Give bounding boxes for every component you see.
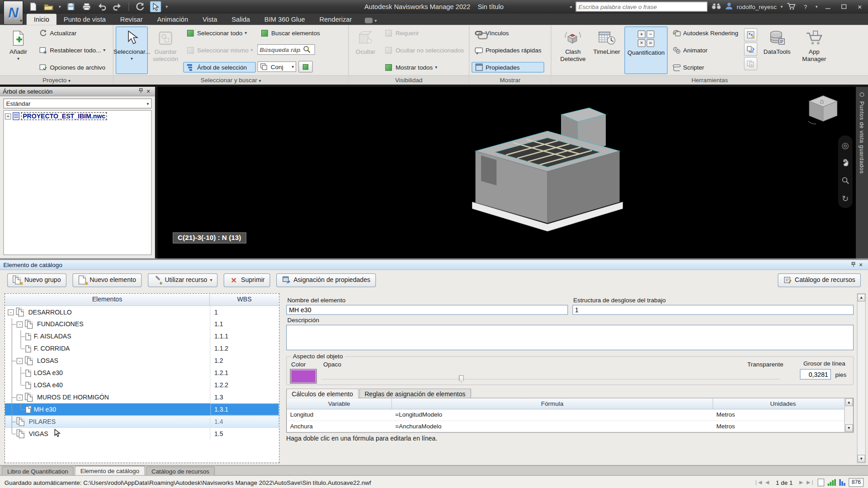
catalog-panel-titlebar[interactable]: Elemento de catálogo ✕ xyxy=(0,260,868,270)
catalog-row-muros[interactable]: -MUROS DE HORMIGÓN 1.3 xyxy=(5,391,279,404)
disk-status-icon[interactable] xyxy=(840,479,845,486)
help-caret-icon[interactable]: ▾ xyxy=(816,4,818,9)
timeliner-button[interactable]: TimeLiner xyxy=(591,27,623,74)
catalog-row-f-corrida[interactable]: F. CORRIDA 1.1.2 xyxy=(5,343,279,355)
propiedades-button[interactable]: Propiedades xyxy=(472,62,544,72)
next-sheet-button[interactable]: ▶ xyxy=(799,479,803,485)
seleccionar-todo-button[interactable]: Seleccionar todo ▾ xyxy=(183,28,255,38)
tab-catalogo-recursos[interactable]: Catálogo de recursos xyxy=(146,466,215,475)
col-header-elementos[interactable]: Elementos xyxy=(5,294,210,305)
catalog-row-f-aisladas[interactable]: F. AISLADAS 1.1.1 xyxy=(5,330,279,343)
panel-scroll-down-icon[interactable]: ▼ xyxy=(858,455,865,463)
col-formula[interactable]: Fórmula xyxy=(392,399,713,409)
viewport-3d[interactable]: C(21)-3(-10) : N (13) ⌂ ◎ ↻ xyxy=(157,87,856,258)
tree-mode-combo[interactable]: Estándar ▾ xyxy=(3,99,151,108)
quick-find-icon[interactable] xyxy=(302,45,311,55)
autodesk-rendering-button[interactable]: Autodesk Rendering xyxy=(669,28,741,38)
catalog-row-desarrollo[interactable]: -DESARROLLO 1 xyxy=(5,306,279,318)
tree-root-label[interactable]: PROYECTO_EST_IBIM.nwc xyxy=(21,113,107,120)
formula-row-anchura[interactable]: Anchura =AnchuraModelo Metros xyxy=(287,421,853,432)
group-label-proyecto[interactable]: Proyecto ▾ xyxy=(0,75,113,85)
undo-button[interactable] xyxy=(96,1,107,12)
catalog-close-icon[interactable]: ✕ xyxy=(857,262,865,267)
slider-track[interactable] xyxy=(321,379,780,380)
actualizar-button[interactable]: Actualizar xyxy=(36,28,108,38)
selection-tree-body[interactable]: + PROYECTO_EST_IBIM.nwc xyxy=(3,110,151,255)
ribbon-display-icon[interactable] xyxy=(365,18,373,23)
vinculos-button[interactable]: Vínculos xyxy=(472,28,544,38)
catalog-row-losa-e40[interactable]: LOSA e40 1.2.2 xyxy=(5,379,279,391)
tab-vista[interactable]: Vista xyxy=(195,14,224,25)
scroll-up-icon[interactable]: ▲ xyxy=(845,399,853,406)
app-store-cart-icon[interactable] xyxy=(787,2,796,11)
batch-utility-button[interactable] xyxy=(744,42,757,56)
first-sheet-button[interactable]: ❘◀ xyxy=(754,479,762,485)
expander-icon[interactable]: - xyxy=(17,321,23,327)
print-button[interactable] xyxy=(81,1,92,12)
tab-elemento-catalogo[interactable]: Elemento de catálogo xyxy=(75,466,145,475)
description-textarea[interactable] xyxy=(286,325,854,350)
manage-sets-button[interactable] xyxy=(298,61,313,73)
group-label-seleccionar[interactable]: Seleccionar y buscar ▾ xyxy=(113,75,348,85)
open-caret-icon[interactable]: ▾ xyxy=(59,4,61,9)
user-avatar-icon[interactable] xyxy=(725,2,733,11)
expander-icon[interactable]: - xyxy=(17,358,23,364)
saved-viewpoints-tab[interactable]: Puntos de vista guardados xyxy=(859,101,865,174)
catalog-row-fundaciones[interactable]: -FUNDACIONES 1.1 xyxy=(5,318,279,330)
nuevo-elemento-button[interactable]: Nuevo elemento xyxy=(72,273,142,287)
expander-icon[interactable]: - xyxy=(8,309,14,315)
pencil-status-icon[interactable] xyxy=(828,479,836,486)
sheet-browser-icon[interactable] xyxy=(818,479,825,486)
suprimir-button[interactable]: ✕ Suprimir xyxy=(224,273,270,287)
slider-thumb[interactable] xyxy=(459,375,464,383)
quick-find-input[interactable] xyxy=(258,46,302,53)
line-thickness-input[interactable] xyxy=(800,369,831,380)
wbs-input[interactable] xyxy=(572,305,854,315)
steering-wheel-icon[interactable]: ◎ xyxy=(842,141,849,149)
catalog-row-pilares[interactable]: PILARES 1.4 xyxy=(5,416,279,428)
username-text[interactable]: rodolfo_reyesc xyxy=(737,3,777,10)
catalog-pin-icon[interactable] xyxy=(849,262,857,268)
select-tool-caret-icon[interactable]: ▾ xyxy=(165,4,168,9)
tab-libro-quantification[interactable]: Libro de Quantification xyxy=(2,466,74,475)
expander-icon[interactable]: - xyxy=(17,394,23,400)
tab-bim360[interactable]: BIM 360 Glue xyxy=(257,14,312,25)
clash-detective-button[interactable]: Clash Detective xyxy=(557,27,589,74)
tab-revisar[interactable]: Revisar xyxy=(113,14,150,25)
guardar-seleccion-button[interactable]: Guardar selección xyxy=(150,27,182,74)
tab-renderizar[interactable]: Renderizar xyxy=(312,14,359,25)
col-unidades[interactable]: Unidades xyxy=(713,399,853,409)
catalog-row-vigas[interactable]: VIGAS 1.5 xyxy=(5,428,279,440)
selection-tree-titlebar[interactable]: Árbol de selección ✕ xyxy=(0,87,155,96)
color-swatch-button[interactable] xyxy=(290,369,317,384)
help-button[interactable]: ? xyxy=(799,2,811,11)
buscar-elementos-button[interactable]: Buscar elementos xyxy=(257,28,323,38)
keyword-search-input[interactable] xyxy=(576,2,707,12)
save-button[interactable] xyxy=(66,1,76,12)
ribbon-display-caret-icon[interactable]: ▾ xyxy=(375,18,377,23)
last-sheet-button[interactable]: ▶❘ xyxy=(807,479,815,485)
prev-sheet-button[interactable]: ◀ xyxy=(765,479,769,485)
close-panel-icon[interactable]: ✕ xyxy=(145,89,152,94)
refresh-button[interactable] xyxy=(135,1,146,12)
scroll-down-icon[interactable]: ▼ xyxy=(845,424,853,432)
tab-inicio[interactable]: Inicio xyxy=(27,14,57,25)
model-3d[interactable] xyxy=(464,103,630,241)
minimize-button[interactable] xyxy=(821,2,834,11)
mostrar-todos-button[interactable]: Mostrar todos ▾ xyxy=(382,62,467,72)
maximize-button[interactable] xyxy=(838,2,850,11)
col-variable[interactable]: Variable xyxy=(287,399,392,409)
compare-button[interactable] xyxy=(744,57,757,70)
asignacion-propiedades-button[interactable]: Asignación de propiedades xyxy=(276,273,376,287)
orbit-tool-icon[interactable]: ↻ xyxy=(842,194,849,202)
formula-row-longitud[interactable]: Longitud =LongitudModelo Metros xyxy=(287,409,853,421)
app-manager-button[interactable]: App Manager xyxy=(796,27,832,74)
open-file-button[interactable] xyxy=(43,1,54,12)
col-header-wbs[interactable]: WBS xyxy=(210,294,279,305)
ocultar-button[interactable]: Ocultar xyxy=(351,27,380,74)
rendering-settings-button[interactable] xyxy=(744,28,757,41)
restablecer-todo-button[interactable]: Restablecer todo... ▾ xyxy=(36,45,108,55)
quantification-button[interactable]: +− ×= Quantification xyxy=(624,27,668,74)
ocultar-no-seleccionados-button[interactable]: Ocultar no seleccionados xyxy=(382,45,467,55)
select-tool-button[interactable] xyxy=(150,1,161,12)
